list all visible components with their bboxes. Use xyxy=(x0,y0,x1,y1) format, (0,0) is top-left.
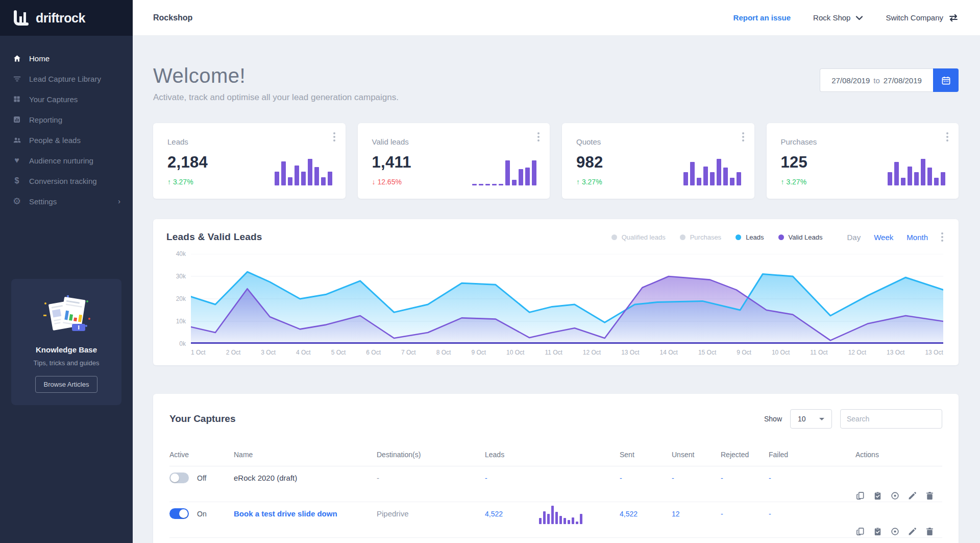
duplicate-icon[interactable] xyxy=(855,491,865,501)
knowledge-base-subtitle: Tips, tricks and guides xyxy=(19,359,113,367)
edit-pencil-icon[interactable] xyxy=(908,527,917,536)
toggle-state-label: Off xyxy=(197,474,206,482)
date-separator: to xyxy=(873,76,880,85)
col-failed: Failed xyxy=(769,451,855,459)
edit-pencil-icon[interactable] xyxy=(908,491,917,501)
card-menu-icon[interactable] xyxy=(742,132,744,141)
card-menu-icon[interactable] xyxy=(946,132,948,141)
browse-articles-button[interactable]: Browse Articles xyxy=(35,376,98,393)
sidebar-item-label: Lead Capture Library xyxy=(29,75,101,83)
range-option-month[interactable]: Month xyxy=(906,233,928,242)
stat-cards-row: Leads 2,184 ↑ 3.27% Valid leads 1,411 ↓ … xyxy=(153,123,959,199)
app-window: driftrock Home Lead Capture Library Your… xyxy=(0,0,980,543)
range-option-day[interactable]: Day xyxy=(847,233,861,242)
stat-label: Quotes xyxy=(576,137,742,146)
range-option-week[interactable]: Week xyxy=(874,233,893,242)
search-input[interactable] xyxy=(847,415,939,423)
trend-arrow-icon: ↑ xyxy=(167,178,171,186)
clipboard-check-icon[interactable] xyxy=(873,527,883,536)
sidebar-item-conversion-tracking[interactable]: Conversion tracking xyxy=(0,171,133,191)
legend-item-leads[interactable]: Leads xyxy=(736,233,764,241)
sidebar-nav: Home Lead Capture Library Your Captures … xyxy=(0,36,133,211)
sidebar-item-audience-nurturing[interactable]: Audience nurturing xyxy=(0,150,133,171)
show-label: Show xyxy=(764,415,782,423)
stat-label: Purchases xyxy=(781,137,947,146)
card-menu-icon[interactable] xyxy=(333,132,335,141)
failed-value: - xyxy=(769,474,855,482)
stat-card-valid-leads: Valid leads 1,411 ↓ 12.65% xyxy=(358,123,550,199)
sidebar-item-label: Settings xyxy=(29,197,57,206)
rejected-value: - xyxy=(721,510,769,518)
switch-company-button[interactable]: Switch Company xyxy=(886,13,959,22)
legend-item-valid-leads[interactable]: Valid Leads xyxy=(778,233,823,241)
search-box xyxy=(840,409,942,429)
sidebar-item-label: People & leads xyxy=(29,136,81,145)
clipboard-check-icon[interactable] xyxy=(873,491,883,501)
capture-name[interactable]: eRock 2020 (draft) xyxy=(234,474,377,482)
page-subtitle: Activate, track and optimise all your le… xyxy=(153,92,399,103)
row-mini-bar-chart xyxy=(539,468,620,488)
page-size-select[interactable]: 10 xyxy=(790,409,832,429)
legend-item-qualified-leads[interactable]: Qualified leads xyxy=(611,233,666,241)
knowledge-base-card: Knowledge Base Tips, tricks and guides B… xyxy=(11,279,121,405)
legend-dot xyxy=(736,234,741,240)
leads-value: 4,522 xyxy=(485,510,539,518)
legend-item-purchases[interactable]: Purchases xyxy=(680,233,721,241)
trend-arrow-icon: ↓ xyxy=(372,178,376,186)
calendar-button[interactable] xyxy=(933,68,959,92)
brand-logo[interactable]: driftrock xyxy=(0,0,133,36)
legend-dot xyxy=(680,234,685,240)
col-name: Name xyxy=(234,451,377,459)
sidebar-item-reporting[interactable]: Reporting xyxy=(0,109,133,130)
trend-arrow-icon: ↑ xyxy=(781,178,785,186)
main-area: Rockshop Report an issue Rock Shop Switc… xyxy=(133,0,980,543)
calendar-icon xyxy=(941,76,951,85)
date-range-picker: 27/08/2019 to 27/08/2019 xyxy=(820,68,959,92)
stat-label: Leads xyxy=(167,137,333,146)
table-header-row: Active Name Destination(s) Leads Sent Un… xyxy=(169,443,942,466)
report-an-issue-link[interactable]: Report an issue xyxy=(733,13,791,22)
mini-bar-chart xyxy=(472,159,536,185)
col-active: Active xyxy=(169,451,234,459)
active-toggle[interactable] xyxy=(169,473,189,483)
col-rejected: Rejected xyxy=(721,451,769,459)
preview-eye-icon[interactable] xyxy=(890,527,900,536)
toggle-state-label: On xyxy=(197,510,207,518)
knowledge-base-illustration xyxy=(36,292,96,336)
sent-value: 4,522 xyxy=(620,510,672,518)
chart-menu-icon[interactable] xyxy=(941,232,943,242)
active-toggle[interactable] xyxy=(169,508,189,519)
preview-eye-icon[interactable] xyxy=(890,491,900,501)
mini-bar-chart xyxy=(683,159,741,185)
delete-trash-icon[interactable] xyxy=(925,527,935,536)
capture-name-link[interactable]: Book a test drive slide down xyxy=(234,509,377,518)
stat-card-quotes: Quotes 982 ↑ 3.27% xyxy=(562,123,754,199)
people-icon xyxy=(12,135,21,145)
switch-arrows-icon xyxy=(948,14,959,22)
knowledge-base-title: Knowledge Base xyxy=(19,345,113,354)
filter-icon xyxy=(12,74,21,83)
date-to: 27/08/2019 xyxy=(884,76,922,85)
col-unsent: Unsent xyxy=(672,451,721,459)
heart-icon xyxy=(12,156,21,165)
company-dropdown[interactable]: Rock Shop xyxy=(813,13,863,22)
row-mini-bar-chart xyxy=(539,504,620,524)
sidebar-item-settings[interactable]: Settings › xyxy=(0,191,133,211)
chart-title: Leads & Valid Leads xyxy=(166,231,262,243)
gear-icon xyxy=(12,197,21,206)
stat-label: Valid leads xyxy=(372,137,538,146)
sidebar-item-people-leads[interactable]: People & leads xyxy=(0,130,133,150)
driftrock-logo-icon xyxy=(12,9,30,27)
mini-bar-chart xyxy=(275,159,332,185)
sidebar-item-your-captures[interactable]: Your Captures xyxy=(0,89,133,109)
duplicate-icon[interactable] xyxy=(855,527,865,536)
sidebar-item-home[interactable]: Home xyxy=(0,48,133,68)
sidebar-item-lead-capture-library[interactable]: Lead Capture Library xyxy=(0,68,133,89)
chevron-right-icon: › xyxy=(118,197,120,205)
delete-trash-icon[interactable] xyxy=(925,491,935,501)
legend-dot xyxy=(611,234,617,240)
date-range-input[interactable]: 27/08/2019 to 27/08/2019 xyxy=(820,68,933,92)
card-menu-icon[interactable] xyxy=(537,132,540,141)
sent-value: - xyxy=(620,474,672,482)
page-title: Welcome! xyxy=(153,64,399,87)
